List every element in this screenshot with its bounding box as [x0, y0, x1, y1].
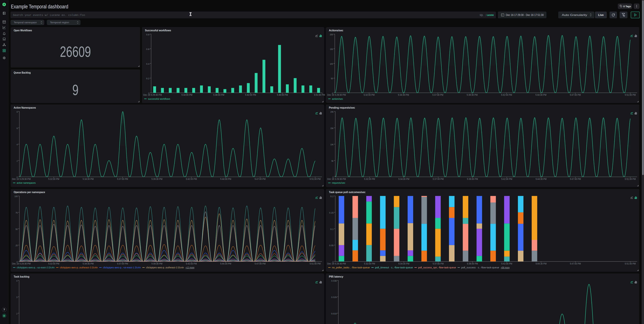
svg-text:Example Temporal dashboard: Example Temporal dashboard [11, 4, 68, 9]
svg-text:+56 more: +56 more [500, 266, 510, 269]
svg-text:poll_success · c..-flow-task-q: poll_success · c..-flow-task-queue [461, 266, 499, 269]
svg-text:successful workflows: successful workflows [148, 98, 170, 100]
svg-text:5:37:00 PM: 5:37:00 PM [432, 94, 444, 96]
svg-text:clickpipes-aws-p..-us-east-2.l: clickpipes-aws-p..-us-east-2.l2c4n [17, 266, 55, 269]
svg-text:0.1: 0.1 [330, 228, 334, 231]
svg-text:Dec 16 5:29:30 PM: Dec 16 5:29:30 PM [12, 178, 31, 180]
svg-text:Search your events w/ Lucene e: Search your events w/ Lucene ex. column:… [13, 13, 85, 17]
svg-text:8: 8 [16, 111, 18, 113]
svg-text:2: 2 [16, 313, 18, 315]
svg-text:5:51:00 PM: 5:51:00 PM [625, 178, 636, 180]
svg-text:5:39:30 PM: 5:39:30 PM [152, 178, 162, 180]
svg-text:Dec 16 5:29:30 PM: Dec 16 5:29:30 PM [12, 263, 31, 265]
svg-text:5:39:30 PM: 5:39:30 PM [467, 94, 478, 96]
svg-text:Actions/sec: Actions/sec [329, 29, 343, 32]
svg-text:6: 6 [16, 127, 18, 130]
svg-text:0.05: 0.05 [329, 244, 334, 247]
svg-text:5:51:00 PM: 5:51:00 PM [625, 263, 636, 265]
svg-text:5:42:00 PM: 5:42:00 PM [186, 263, 197, 265]
svg-text:poll_timeout · c..-flow-task-q: poll_timeout · c..-flow-task-queue [375, 266, 413, 269]
svg-text:action/sec: action/sec [332, 98, 343, 100]
svg-text:50: 50 [331, 77, 333, 80]
svg-text:P95 latency: P95 latency [329, 275, 343, 278]
svg-text:150: 150 [330, 48, 333, 50]
svg-text:5:32:00 PM: 5:32:00 PM [48, 178, 59, 180]
svg-text:5:51:00 PM: 5:51:00 PM [625, 94, 636, 96]
svg-text:4: 4 [16, 143, 18, 146]
svg-text:15K: 15K [330, 127, 334, 130]
svg-text:5:37:00 PM: 5:37:00 PM [117, 178, 128, 180]
svg-text:requests/sec: requests/sec [332, 182, 345, 184]
svg-text:no_poller_tasks ..-flow-task-q: no_poller_tasks ..-flow-task-queue [332, 266, 370, 269]
svg-text:5:44:30 PM: 5:44:30 PM [220, 263, 231, 265]
svg-text:0.019: 0.019 [331, 313, 337, 315]
svg-text:5:42:00 PM: 5:42:00 PM [501, 263, 512, 265]
svg-text:+12 more: +12 more [186, 266, 194, 269]
svg-text:0.8: 0.8 [146, 33, 150, 36]
svg-text:5:37:00 PM: 5:37:00 PM [433, 178, 444, 180]
svg-text:clickpipes-aws-p..-us-east-1.l: clickpipes-aws-p..-us-east-1.l2c4n [103, 266, 141, 269]
svg-text:Live: Live [598, 13, 604, 16]
svg-text:0.6: 0.6 [146, 48, 150, 50]
svg-text:|: | [485, 14, 486, 17]
svg-text:Open Workflows: Open Workflows [14, 29, 32, 32]
svg-text:5:46:00 PM: 5:46:00 PM [277, 94, 288, 96]
svg-text:Dec 16 5:29:30 PM: Dec 16 5:29:30 PM [143, 94, 162, 96]
svg-text:5:42:00 PM: 5:42:00 PM [501, 94, 512, 96]
svg-text:clickpipes-aws-p..outheast-2.l: clickpipes-aws-p..outheast-2.l2c4n [146, 266, 184, 269]
svg-text:SQL: SQL [480, 14, 483, 17]
svg-text:5:34:30 PM: 5:34:30 PM [83, 178, 94, 180]
svg-text:0.2: 0.2 [146, 77, 150, 80]
svg-text:5:34:30 PM: 5:34:30 PM [398, 178, 410, 180]
svg-text:poll_success_syn..-flow-task-q: poll_success_syn..-flow-task-queue [418, 266, 456, 269]
svg-text:26609: 26609 [60, 43, 91, 60]
svg-text:20K: 20K [330, 111, 334, 113]
svg-text:0.029: 0.029 [331, 296, 337, 299]
svg-text:5:37:00 PM: 5:37:00 PM [433, 263, 444, 265]
svg-text:5:47:00 PM: 5:47:00 PM [570, 263, 581, 265]
svg-text:Task queue poll outcomes/sec: Task queue poll outcomes/sec [329, 191, 366, 194]
svg-text:Task backlog: Task backlog [14, 275, 30, 278]
svg-text:5:47:00 PM: 5:47:00 PM [570, 178, 581, 180]
svg-text:5:39:30 PM: 5:39:30 PM [152, 263, 162, 265]
svg-text:5:51:00 PM: 5:51:00 PM [310, 263, 321, 265]
svg-text:4: 4 [16, 280, 18, 282]
svg-text:active namespaces: active namespaces [17, 182, 36, 184]
svg-text:5:47:00 PM: 5:47:00 PM [570, 94, 581, 96]
svg-text:5:38:00 PM: 5:38:00 PM [213, 94, 224, 96]
svg-text:5:42:00 PM: 5:42:00 PM [245, 94, 256, 96]
svg-text:Lucene: Lucene [487, 14, 494, 17]
svg-text:5:47:00 PM: 5:47:00 PM [254, 263, 266, 265]
svg-text:?: ? [3, 308, 5, 311]
svg-text:5:51:00 PM: 5:51:00 PM [310, 178, 321, 180]
svg-text:5:44:30 PM: 5:44:30 PM [220, 178, 231, 180]
svg-text:3: 3 [16, 296, 18, 299]
svg-text:Active Namespaces: Active Namespaces [14, 106, 36, 109]
svg-text:10K: 10K [330, 143, 334, 146]
svg-text:D: D [3, 314, 5, 317]
svg-text:Dec 16 5:29:30 PM: Dec 16 5:29:30 PM [327, 94, 346, 96]
svg-text:25: 25 [16, 244, 18, 247]
svg-text:5:44:30 PM: 5:44:30 PM [536, 94, 546, 96]
svg-text:5:42:00 PM: 5:42:00 PM [501, 178, 512, 180]
svg-text:Queue Backlog: Queue Backlog [14, 71, 31, 74]
svg-text:75: 75 [16, 212, 18, 214]
svg-text:0.2: 0.2 [330, 195, 334, 198]
svg-text:5:32:00 PM: 5:32:00 PM [364, 178, 375, 180]
svg-text:Dec 16 5:29:30 PM: Dec 16 5:29:30 PM [327, 178, 346, 180]
svg-text:5:37:00 PM: 5:37:00 PM [117, 263, 128, 265]
svg-text:5:34:30 PM: 5:34:30 PM [398, 263, 410, 265]
svg-text:9: 9 [72, 81, 78, 98]
svg-text:100: 100 [330, 63, 333, 65]
svg-text:Pending requests/sec: Pending requests/sec [329, 106, 355, 109]
svg-text:5:32:00 PM: 5:32:00 PM [364, 94, 375, 96]
svg-text:5:39:30 PM: 5:39:30 PM [467, 178, 478, 180]
svg-text:Auto Granularity: Auto Granularity [562, 13, 587, 16]
svg-text:clickpipes-aws-p..outheast-2.l: clickpipes-aws-p..outheast-2.l2c4n [60, 266, 98, 269]
svg-text:5:34:00 PM: 5:34:00 PM [182, 94, 192, 96]
svg-text:0 Tags: 0 Tags [623, 5, 631, 8]
svg-text:Operations per namespace: Operations per namespace [14, 191, 45, 194]
svg-text:5:32:00 PM: 5:32:00 PM [48, 263, 59, 265]
svg-text:5:44:30 PM: 5:44:30 PM [536, 263, 546, 265]
svg-text:5:32:00 PM: 5:32:00 PM [364, 263, 375, 265]
